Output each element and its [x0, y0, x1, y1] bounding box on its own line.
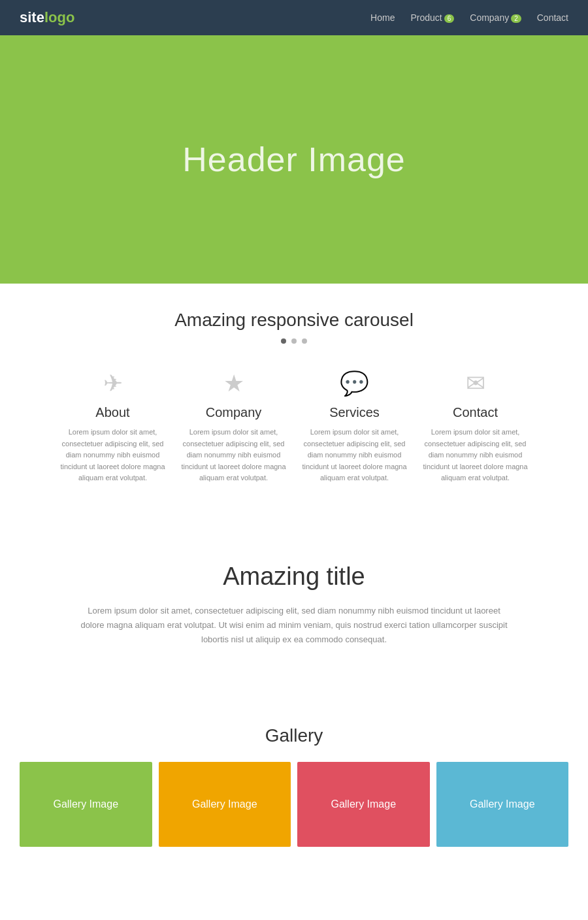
feature-services-title: Services	[301, 405, 408, 420]
nav-link-home[interactable]: Home	[370, 12, 395, 23]
nav-link-company[interactable]: Company2	[470, 12, 521, 23]
contact-icon: ✉	[421, 370, 529, 397]
amazing-text: Lorem ipsum dolor sit amet, consectetuer…	[78, 604, 510, 647]
gallery-item-3[interactable]: Gallery Image	[297, 762, 430, 847]
gallery-item-4[interactable]: Gallery Image	[436, 762, 569, 847]
feature-company: ★ Company Lorem ipsum dolor sit amet, co…	[180, 370, 287, 484]
nav-link-contact[interactable]: Contact	[537, 12, 568, 23]
feature-company-title: Company	[180, 405, 287, 420]
feature-services: 💬 Services Lorem ipsum dolor sit amet, c…	[301, 370, 408, 484]
feature-services-text: Lorem ipsum dolor sit amet, consectetuer…	[301, 427, 408, 484]
gallery-item-1-label: Gallery Image	[53, 798, 118, 810]
carousel-dot-3[interactable]	[302, 338, 307, 344]
logo-text: logo	[44, 9, 74, 25]
feature-about: ✈ About Lorem ipsum dolor sit amet, cons…	[59, 370, 167, 484]
gallery-item-3-label: Gallery Image	[331, 798, 396, 810]
feature-about-text: Lorem ipsum dolor sit amet, consectetuer…	[59, 427, 167, 484]
gallery-grid: Gallery Image Gallery Image Gallery Imag…	[20, 762, 568, 847]
feature-grid: ✈ About Lorem ipsum dolor sit amet, cons…	[39, 370, 549, 484]
services-icon: 💬	[301, 370, 408, 397]
company-badge: 2	[511, 14, 521, 23]
feature-contact-text: Lorem ipsum dolor sit amet, consectetuer…	[421, 427, 529, 484]
amazing-section: Amazing title Lorem ipsum dolor sit amet…	[0, 517, 588, 693]
product-badge: 6	[444, 14, 455, 23]
carousel-dots	[39, 338, 549, 344]
gallery-item-2-label: Gallery Image	[192, 798, 257, 810]
gallery-section: Gallery Gallery Image Gallery Image Gall…	[0, 693, 588, 893]
carousel-dot-2[interactable]	[291, 338, 297, 344]
amazing-title: Amazing title	[78, 563, 510, 591]
nav-links: Home Product6 Company2 Contact	[370, 12, 568, 24]
gallery-item-1[interactable]: Gallery Image	[20, 762, 152, 847]
template-section: Amazing responsive template Lorem ipsum …	[0, 893, 588, 920]
nav-link-product[interactable]: Product6	[410, 12, 454, 23]
gallery-item-2[interactable]: Gallery Image	[159, 762, 291, 847]
navbar: sitelogo Home Product6 Company2 Contact	[0, 0, 588, 35]
gallery-item-4-label: Gallery Image	[470, 798, 535, 810]
nav-item-product[interactable]: Product6	[410, 12, 454, 24]
hero-title: Header Image	[182, 140, 406, 179]
nav-item-company[interactable]: Company2	[470, 12, 521, 24]
feature-company-text: Lorem ipsum dolor sit amet, consectetuer…	[180, 427, 287, 484]
feature-contact-title: Contact	[421, 405, 529, 420]
carousel-section: Amazing responsive carousel ✈ About Lore…	[0, 284, 588, 517]
about-icon: ✈	[59, 370, 167, 397]
hero-section: Header Image	[0, 35, 588, 284]
feature-contact: ✉ Contact Lorem ipsum dolor sit amet, co…	[421, 370, 529, 484]
nav-item-contact[interactable]: Contact	[537, 12, 568, 24]
company-icon: ★	[180, 370, 287, 397]
gallery-title: Gallery	[20, 725, 568, 746]
feature-about-title: About	[59, 405, 167, 420]
carousel-dot-1[interactable]	[281, 338, 286, 344]
nav-item-home[interactable]: Home	[370, 12, 395, 24]
logo-site: site	[20, 9, 44, 25]
carousel-title: Amazing responsive carousel	[39, 310, 549, 331]
site-logo[interactable]: sitelogo	[20, 9, 74, 26]
